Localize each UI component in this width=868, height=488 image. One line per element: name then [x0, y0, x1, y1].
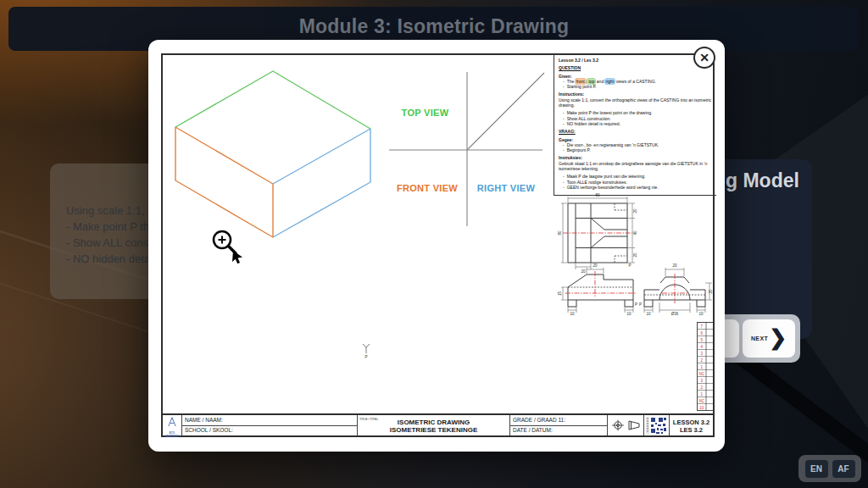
svg-text:20: 20 [709, 289, 713, 294]
close-button[interactable]: ✕ [693, 47, 715, 69]
svg-text:10: 10 [698, 312, 704, 316]
front-highlight: front [576, 79, 586, 84]
vraag-heading: VRAAG: [559, 129, 713, 134]
front-view-label: FRONT VIEW [385, 183, 470, 193]
next-arrow-icon: ❯ [769, 327, 787, 348]
lesson-line-en: LESSON 3.2 [670, 419, 713, 426]
third-angle-projection-icon [610, 419, 642, 432]
name-field: NAME / NAAM: [182, 415, 357, 426]
svg-text:NC: NC [698, 399, 704, 403]
instruksies-text: Gebruik skaal 1:1 en omskep die ortograf… [559, 161, 713, 172]
svg-text:P: P [635, 302, 637, 307]
date-field: DATE / DATUM: [510, 426, 607, 436]
lesson-line-af: LES 3.2 [670, 426, 713, 434]
sheet-title-cell: TITLE / TITEL: ISOMETRIC DRAWING ISOMETR… [358, 415, 510, 435]
next-button[interactable]: NEXT ❯ [743, 319, 795, 358]
grade-field: GRADE / GRAAD 11: [510, 415, 607, 426]
grade-date-cells: GRADE / GRAAD 11: DATE / DATUM: [510, 415, 608, 435]
qr-code-cell [644, 415, 670, 435]
title-block: ECO LEARNING NAME / NAAM: SCHOOL / SKOOL… [163, 413, 713, 435]
lang-en-button[interactable]: EN [805, 460, 828, 478]
app-background: Module 3: Isometric Drawing Lesson 3.2 U… [0, 0, 868, 488]
svg-text:80: 80 [558, 230, 562, 236]
school-field: SCHOOL / SKOOL: [182, 426, 357, 436]
top-highlight: top [587, 79, 595, 84]
svg-text:20: 20 [633, 252, 637, 258]
right-view-label: RIGHT VIEW [464, 183, 548, 193]
worksheet-modal: ✕ [148, 40, 725, 452]
ortho-front-view [568, 274, 633, 307]
module-title: Module 3: Isometric Drawing [8, 15, 860, 38]
lesson-cell: LESSON 3.2 LES 3.2 [670, 415, 713, 435]
svg-text:Ø36: Ø36 [671, 312, 679, 316]
svg-text:10: 10 [699, 406, 704, 410]
svg-text:10: 10 [570, 312, 575, 316]
instructions-box: Lesson 3.2 / Les 3.2 QUESTION Given: The… [554, 55, 716, 196]
name-school-cells: NAME / NAAM: SCHOOL / SKOOL: [182, 415, 358, 435]
front-view-dim-labels: 20 15 10 10 P [558, 263, 637, 316]
top-view-label: TOP VIEW [385, 108, 465, 118]
model-panel-title: g Model [726, 169, 799, 192]
instructions-text: Using scale 1:1, convert the orthographi… [559, 97, 713, 108]
svg-text:10: 10 [646, 312, 651, 316]
instruction-item: NO hidden detail is required. [559, 121, 713, 126]
svg-text:20: 20 [581, 269, 586, 274]
svg-text:NC: NC [698, 372, 704, 376]
instruksie-item: GEEN verborge besonderhede word verlang … [559, 185, 713, 190]
svg-text:20: 20 [593, 263, 598, 268]
given-item: Starting point P. [559, 84, 713, 89]
next-button-label: NEXT [751, 336, 768, 341]
projection-symbol-cell [608, 415, 644, 435]
front-view-centerlines [565, 271, 636, 297]
isometric-box [175, 71, 370, 237]
svg-text:P: P [628, 263, 631, 268]
point-p-marker: P [363, 344, 370, 359]
svg-text:20: 20 [672, 263, 677, 268]
logo-text: ECO LEARNING [163, 431, 181, 438]
svg-text:20: 20 [633, 208, 637, 214]
zoom-cursor-icon [209, 228, 247, 267]
right-view-centerlines [662, 274, 687, 303]
svg-text:10: 10 [626, 312, 632, 316]
lesson-ref: Lesson 3.2 / Les 3.2 [559, 58, 713, 63]
gegee-item: Beginpunt P. [559, 147, 713, 152]
sheet-title-af: ISOMETRIESE TEKENINGE [358, 426, 509, 434]
close-icon: ✕ [699, 52, 709, 64]
svg-text:P: P [639, 302, 642, 307]
qr-code [646, 417, 668, 435]
title-label: TITLE / TITEL: [359, 416, 379, 424]
svg-text:15: 15 [558, 291, 562, 297]
svg-text:40: 40 [633, 230, 637, 236]
sheet-title-en: ISOMETRIC DRAWING [358, 419, 509, 426]
question-heading: QUESTION [559, 65, 713, 70]
svg-text:P: P [364, 355, 367, 359]
lang-af-button[interactable]: AF [832, 460, 855, 478]
eco-learning-logo-icon [167, 417, 177, 428]
right-highlight: right [605, 79, 615, 84]
projection-axes [389, 72, 544, 226]
revision-strip: 7 6 5 4 3 2 1 NC 3 2 1 NC 10 [698, 323, 714, 411]
language-switch: EN AF [798, 455, 861, 482]
logo: ECO LEARNING [163, 415, 182, 435]
